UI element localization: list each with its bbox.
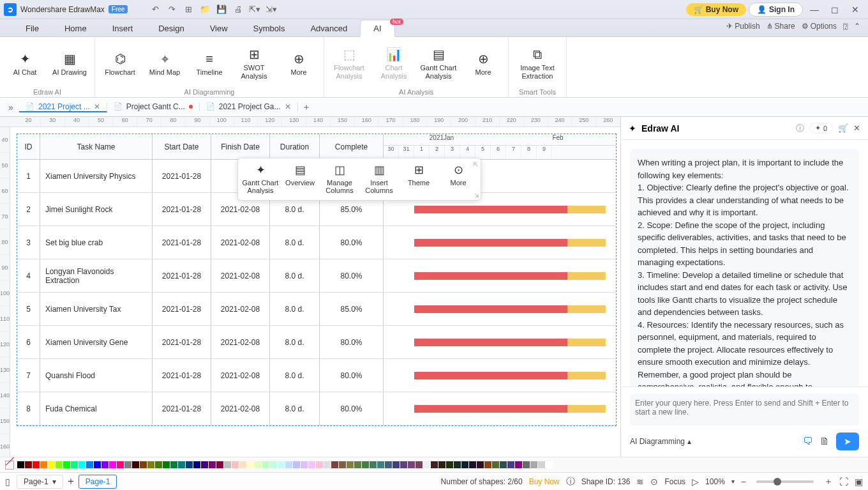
options-button[interactable]: ⚙ Options <box>802 22 837 31</box>
color-swatch[interactable] <box>117 461 124 468</box>
color-swatch[interactable] <box>124 461 131 468</box>
notification-icon[interactable]: ⍰ <box>843 22 848 31</box>
color-swatch[interactable] <box>56 461 63 468</box>
color-swatch[interactable] <box>186 461 193 468</box>
color-swatch[interactable] <box>163 461 170 468</box>
color-swatch[interactable] <box>193 461 200 468</box>
color-swatch[interactable] <box>446 461 453 468</box>
publish-button[interactable]: ✈ Publish <box>726 22 760 31</box>
color-swatch[interactable] <box>255 461 262 468</box>
color-swatch[interactable] <box>40 461 47 468</box>
attach-icon[interactable]: 🗨 <box>803 436 813 447</box>
zoom-value[interactable]: 100% <box>705 477 725 486</box>
export-icon[interactable]: ⇱▾ <box>248 3 262 17</box>
color-swatch[interactable] <box>492 461 499 468</box>
color-swatch[interactable] <box>201 461 208 468</box>
document-tab[interactable]: 📄Project Gantt C... <box>107 102 200 111</box>
color-swatch[interactable] <box>523 461 530 468</box>
buy-now-link[interactable]: Buy Now <box>529 477 560 486</box>
color-swatch[interactable] <box>507 461 514 468</box>
no-fill-swatch[interactable] <box>5 461 14 470</box>
buy-now-button[interactable]: 🛒 Buy Now <box>686 3 746 16</box>
color-swatch[interactable] <box>270 461 277 468</box>
close-window-icon[interactable]: ✕ <box>846 1 864 19</box>
new-icon[interactable]: ⊞ <box>181 3 195 17</box>
color-swatch[interactable] <box>339 461 346 468</box>
new-tab-button[interactable]: ＋ <box>298 102 315 113</box>
close-tab-icon[interactable]: ✕ <box>94 102 100 111</box>
token-count[interactable]: ✦ 0 <box>809 123 833 134</box>
fullscreen-icon[interactable]: ▣ <box>855 477 863 487</box>
ft-insert-columns[interactable]: ▥Insert Columns <box>359 164 399 195</box>
color-swatch[interactable] <box>178 461 185 468</box>
color-swatch[interactable] <box>316 461 323 468</box>
color-swatch[interactable] <box>354 461 361 468</box>
color-swatch[interactable] <box>155 461 162 468</box>
color-swatch[interactable] <box>324 461 331 468</box>
swot-button[interactable]: ⊞SWOT Analysis <box>236 41 273 87</box>
menu-advanced[interactable]: Advanced <box>297 20 360 36</box>
color-swatch[interactable] <box>147 461 154 468</box>
save-icon[interactable]: 💾 <box>214 3 228 17</box>
color-swatch[interactable] <box>17 461 24 468</box>
color-swatch[interactable] <box>477 461 484 468</box>
color-swatch[interactable] <box>247 461 254 468</box>
page-tab-1[interactable]: Page-1 <box>79 475 117 489</box>
resize-handle-icon[interactable]: ⇲ <box>474 192 479 199</box>
info-icon[interactable]: ⓘ <box>566 476 575 487</box>
ft-theme[interactable]: ⊞Theme <box>399 164 438 195</box>
more-diagramming-button[interactable]: ⊕More <box>280 41 317 87</box>
color-swatch[interactable] <box>216 461 223 468</box>
ft-gantt-analysis[interactable]: ✦Gantt Chart Analysis <box>241 164 280 195</box>
play-icon[interactable]: ▷ <box>692 477 699 487</box>
page-selector[interactable]: Page-1 ▾ <box>17 475 63 489</box>
zoom-in-icon[interactable]: ＋ <box>824 476 833 487</box>
color-swatch[interactable] <box>140 461 147 468</box>
gantt-row[interactable]: 5Xiamen University Tax2021-01-282021-02-… <box>17 293 616 326</box>
color-swatch[interactable] <box>500 461 507 468</box>
import-icon[interactable]: ⇲▾ <box>264 3 278 17</box>
color-swatch[interactable] <box>530 461 537 468</box>
color-swatch[interactable] <box>400 461 407 468</box>
ai-chat-button[interactable]: ✦AI Chat <box>6 41 43 87</box>
menu-file[interactable]: File <box>13 20 52 36</box>
menu-ai[interactable]: AIhot <box>360 20 394 37</box>
color-swatch[interactable] <box>538 461 545 468</box>
color-swatch[interactable] <box>132 461 139 468</box>
add-page-button[interactable]: ＋ <box>66 475 76 488</box>
color-swatch[interactable] <box>232 461 239 468</box>
color-swatch[interactable] <box>431 461 438 468</box>
color-swatch[interactable] <box>454 461 461 468</box>
ai-mode-dropdown[interactable]: AI Diagramming ▴ <box>630 437 691 446</box>
maximize-icon[interactable]: ◻ <box>826 1 844 19</box>
color-swatch[interactable] <box>25 461 32 468</box>
menu-insert[interactable]: Insert <box>100 20 146 36</box>
ai-drawing-button[interactable]: ▦AI Drawing <box>51 41 88 87</box>
gantt-row[interactable]: 8Fuda Chemical2021-01-282021-02-088.0 d.… <box>17 392 616 425</box>
focus-target-icon[interactable]: ⊙ <box>650 477 658 487</box>
color-swatch[interactable] <box>438 461 445 468</box>
color-swatch[interactable] <box>33 461 40 468</box>
color-swatch[interactable] <box>415 461 423 468</box>
color-swatch[interactable] <box>109 461 116 468</box>
redo-icon[interactable]: ↷ <box>165 3 179 17</box>
ft-manage-columns[interactable]: ◫Manage Columns <box>320 164 359 195</box>
color-swatch[interactable] <box>170 461 177 468</box>
gantt-analysis-button[interactable]: ▤Gantt Chart Analysis <box>420 41 457 87</box>
color-swatch[interactable] <box>469 461 476 468</box>
color-swatch[interactable] <box>285 461 292 468</box>
print-icon[interactable]: 🖨 <box>231 3 245 17</box>
image-text-button[interactable]: ⧉Image Text Extraction <box>515 41 560 87</box>
color-swatch[interactable] <box>48 461 55 468</box>
color-swatch[interactable] <box>484 461 491 468</box>
layers-icon[interactable]: ≋ <box>636 477 644 487</box>
timeline-button[interactable]: ≡Timeline <box>191 41 228 87</box>
close-panel-icon[interactable]: ✕ <box>853 123 860 133</box>
flowchart-button[interactable]: ⌬Flowchart <box>101 41 138 87</box>
flowchart-analysis-button[interactable]: ⬚Flowchart Analysis <box>331 41 368 87</box>
ai-query-input[interactable] <box>630 394 859 425</box>
color-swatch[interactable] <box>71 461 78 468</box>
color-swatch[interactable] <box>63 461 70 468</box>
color-swatch[interactable] <box>94 461 101 468</box>
doc-icon[interactable]: 🗎 <box>819 436 830 447</box>
